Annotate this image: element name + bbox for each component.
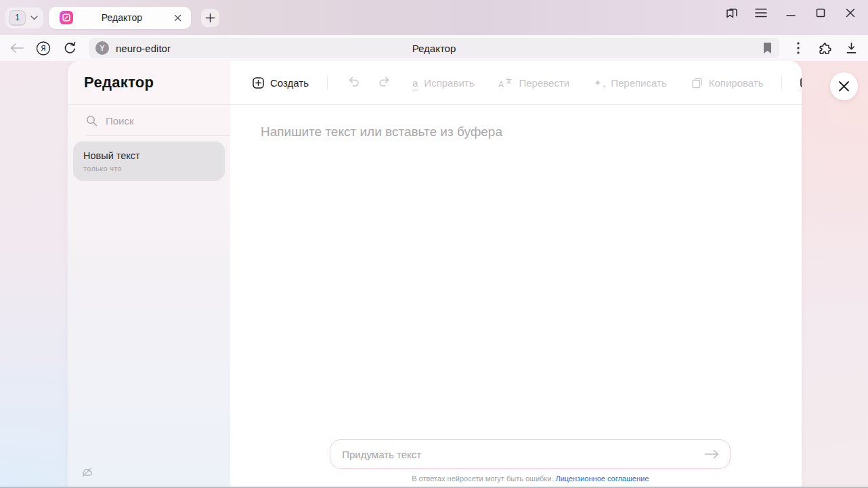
fix-label: Исправить bbox=[424, 77, 474, 89]
submit-arrow-icon[interactable] bbox=[703, 445, 720, 463]
document-list-item-selected[interactable]: Новый текст только что bbox=[73, 141, 225, 181]
disclaimer-text: В ответах нейросети могут быть ошибки. bbox=[412, 474, 553, 483]
tab-count: 1 bbox=[9, 10, 26, 26]
close-editor-button[interactable] bbox=[830, 72, 858, 100]
toolbar-divider bbox=[327, 75, 328, 90]
editor-placeholder: Напишите текст или вставьте из буфера bbox=[261, 125, 802, 139]
spellcheck-icon: a bbox=[412, 78, 418, 88]
editor-favicon-icon bbox=[60, 11, 73, 24]
cloud-off-icon[interactable] bbox=[81, 466, 93, 478]
translate-label: Перевести bbox=[519, 77, 569, 89]
ai-prompt-input[interactable] bbox=[342, 449, 703, 460]
sidebar-divider bbox=[86, 135, 230, 136]
copy-icon bbox=[691, 77, 703, 89]
editor-toolbar: Создать bbox=[230, 61, 802, 105]
new-tab-button[interactable] bbox=[201, 9, 219, 27]
tab-close-icon[interactable] bbox=[171, 11, 184, 24]
back-icon[interactable] bbox=[9, 41, 24, 56]
svg-text:A: A bbox=[498, 79, 504, 89]
plus-square-icon bbox=[253, 77, 264, 89]
tab-strip: 1 Редактор bbox=[0, 0, 868, 35]
plus-icon bbox=[205, 13, 215, 23]
search-row[interactable] bbox=[68, 105, 230, 135]
translate-icon: A bbox=[498, 77, 513, 89]
document-timestamp: только что bbox=[83, 164, 215, 173]
bookmark-icon[interactable] bbox=[763, 43, 772, 53]
split-panel-toggle[interactable] bbox=[800, 77, 802, 88]
editor-canvas[interactable] bbox=[230, 139, 802, 439]
create-button[interactable]: Создать bbox=[253, 77, 309, 89]
url-bar[interactable]: Y neuro-editor Редактор bbox=[89, 38, 779, 58]
side-panels-icon[interactable] bbox=[722, 3, 741, 22]
extensions-icon[interactable] bbox=[817, 41, 832, 56]
app-logo: Редактор bbox=[84, 74, 154, 91]
copy-label: Копировать bbox=[709, 77, 764, 89]
rewrite-label: Переписать bbox=[611, 77, 667, 89]
license-agreement-link[interactable]: Лицензионное соглашение bbox=[555, 474, 649, 483]
tab-title: Редактор bbox=[73, 12, 171, 23]
copy-button[interactable]: Копировать bbox=[691, 77, 764, 89]
menu-icon[interactable] bbox=[752, 3, 771, 22]
text-actions-group: a Исправить A Пе bbox=[412, 77, 763, 89]
yandex-home-icon[interactable]: Я bbox=[36, 41, 51, 56]
close-icon bbox=[838, 81, 850, 92]
rewrite-button[interactable]: ✦+ Переписать bbox=[594, 77, 667, 89]
browser-window: 1 Редактор bbox=[0, 0, 868, 488]
window-controls bbox=[722, 3, 860, 22]
downloads-icon[interactable] bbox=[844, 41, 859, 56]
sidebar: Новый текст только что bbox=[68, 105, 230, 487]
ai-disclaimer: В ответах нейросети могут быть ошибки. Л… bbox=[230, 474, 802, 483]
undo-icon[interactable] bbox=[346, 75, 361, 90]
reload-icon[interactable] bbox=[62, 41, 77, 56]
search-input[interactable] bbox=[106, 115, 207, 127]
address-bar: Я Y neuro-editor Редактор bbox=[0, 35, 868, 61]
page-title: Редактор bbox=[89, 43, 779, 54]
more-options-icon[interactable] bbox=[791, 41, 806, 56]
url-text: neuro-editor bbox=[116, 43, 171, 54]
page-background: Редактор Создать bbox=[0, 61, 868, 488]
create-label: Создать bbox=[270, 77, 309, 89]
translate-button[interactable]: A Перевести bbox=[498, 77, 569, 89]
document-title: Новый текст bbox=[83, 150, 215, 161]
app-logo-area: Редактор bbox=[68, 61, 230, 105]
maximize-button[interactable] bbox=[811, 3, 830, 22]
chevron-down-icon bbox=[30, 16, 38, 20]
fix-button[interactable]: a Исправить bbox=[412, 77, 474, 89]
ai-prompt-bar[interactable] bbox=[330, 439, 731, 469]
minimize-button[interactable] bbox=[781, 3, 800, 22]
redo-icon[interactable] bbox=[377, 75, 392, 90]
editor-main[interactable]: Напишите текст или вставьте из буфера В … bbox=[230, 105, 802, 487]
panel-layout-icon bbox=[800, 77, 802, 88]
search-icon bbox=[86, 115, 97, 127]
toolbar-divider-right bbox=[781, 75, 782, 90]
undo-redo-group bbox=[346, 75, 392, 90]
sparkle-icon: ✦+ bbox=[594, 78, 605, 88]
editor-app-card: Редактор Создать bbox=[68, 61, 802, 487]
close-window-button[interactable] bbox=[841, 3, 860, 22]
tab-counter-dropdown[interactable]: 1 bbox=[5, 7, 43, 28]
tab-editor[interactable]: Редактор bbox=[49, 7, 191, 29]
svg-text:Я: Я bbox=[41, 44, 45, 52]
